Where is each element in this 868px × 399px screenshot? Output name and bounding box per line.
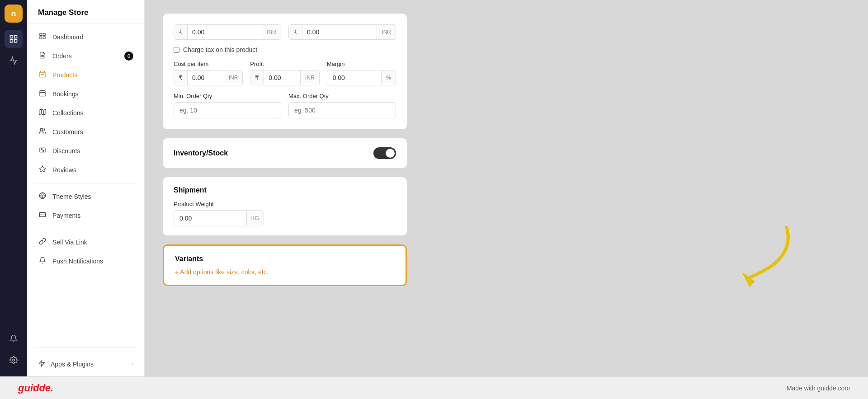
sidebar-label-apps-plugins: Apps & Plugins	[51, 361, 94, 368]
inventory-toggle[interactable]	[373, 147, 396, 159]
sidebar-item-products[interactable]: Products	[27, 66, 144, 84]
cost-field[interactable]	[188, 70, 224, 85]
margin-input: %	[327, 70, 396, 85]
cost-label: Cost per item	[174, 61, 243, 67]
app-logo: n	[5, 5, 23, 23]
sidebar-item-sell-via-link[interactable]: Sell Via Link	[27, 233, 144, 252]
profit-col: Profit ₹ INR	[250, 61, 319, 85]
apps-plugins-icon	[38, 360, 45, 368]
price-input-1: ₹ INR	[174, 24, 281, 40]
cost-prefix: ₹	[174, 70, 188, 85]
svg-rect-7	[40, 37, 42, 39]
push-notifications-icon	[38, 257, 47, 266]
profit-field[interactable]	[264, 70, 300, 85]
orders-badge: 0	[124, 52, 133, 61]
dashboard-icon	[38, 33, 47, 42]
svg-rect-0	[10, 36, 13, 38]
profit-input: ₹ INR	[250, 70, 319, 85]
min-qty-input	[174, 102, 281, 118]
max-qty-field[interactable]	[289, 103, 396, 118]
rail-gear-icon[interactable]	[5, 351, 23, 369]
margin-suffix: %	[381, 71, 396, 84]
discounts-icon	[38, 146, 47, 155]
shipment-card: Shipment Product Weight KG	[163, 177, 407, 235]
svg-marker-28	[39, 360, 44, 366]
sidebar-label-collections: Collections	[52, 109, 83, 117]
sidebar-label-reviews: Reviews	[52, 166, 76, 174]
sidebar-item-push-notifications[interactable]: Push Notifications	[27, 252, 144, 271]
svg-point-25	[42, 195, 43, 197]
apps-plugins-chevron: ›	[132, 361, 133, 367]
theme-styles-icon	[38, 192, 47, 201]
max-qty-col: Max. Order Qty	[288, 93, 396, 118]
svg-rect-2	[10, 40, 13, 42]
sidebar-item-collections[interactable]: Collections	[27, 103, 144, 122]
inventory-title: Inventory/Stock	[174, 149, 228, 157]
price2-input[interactable]	[302, 25, 377, 39]
payments-icon	[38, 211, 47, 220]
sidebar-label-sell-via-link: Sell Via Link	[52, 239, 87, 246]
sidebar-item-theme-styles[interactable]: Theme Styles	[27, 187, 144, 206]
price2-suffix: INR	[377, 25, 396, 39]
variants-card: Variants + Add options like size, color,…	[163, 244, 407, 286]
sidebar-item-customers[interactable]: Customers	[27, 122, 144, 141]
sell-via-link-icon	[38, 238, 47, 247]
svg-marker-22	[39, 166, 45, 172]
variants-title: Variants	[175, 255, 395, 263]
svg-rect-5	[40, 33, 42, 36]
rail-chart-icon[interactable]	[5, 52, 23, 70]
weight-field[interactable]	[174, 211, 246, 226]
price1-input[interactable]	[188, 25, 262, 39]
sidebar-label-bookings: Bookings	[52, 90, 79, 98]
price2-prefix: ₹	[289, 25, 302, 39]
variants-add-button[interactable]: + Add options like size, color, etc.	[175, 268, 395, 276]
charge-tax-row: Charge tax on this product	[174, 46, 396, 53]
min-qty-field[interactable]	[174, 103, 281, 118]
min-qty-col: Min. Order Qty	[174, 93, 281, 118]
cost-input: ₹ INR	[174, 70, 243, 85]
sidebar-label-products: Products	[52, 71, 77, 79]
price1-prefix: ₹	[174, 25, 188, 39]
rail-bell-icon[interactable]	[5, 329, 23, 347]
sidebar-item-discounts[interactable]: Discounts	[27, 141, 144, 160]
bookings-icon	[38, 89, 47, 99]
products-icon	[38, 70, 47, 80]
charge-tax-label: Charge tax on this product	[183, 46, 257, 53]
charge-tax-checkbox[interactable]	[174, 47, 179, 53]
sidebar-label-customers: Customers	[52, 128, 83, 136]
price-row: ₹ INR ₹ INR	[174, 24, 396, 40]
sidebar-item-orders[interactable]: Orders 0	[27, 47, 144, 66]
svg-rect-6	[43, 33, 45, 36]
order-qty-row: Min. Order Qty Max. Order Qty	[174, 93, 396, 118]
price1-suffix: INR	[262, 25, 281, 39]
svg-point-24	[41, 194, 44, 197]
margin-field[interactable]	[327, 70, 382, 85]
sidebar-label-discounts: Discounts	[52, 147, 80, 155]
svg-rect-12	[40, 91, 45, 96]
reviews-icon	[38, 165, 47, 174]
divider-1	[34, 183, 137, 183]
sidebar-item-reviews[interactable]: Reviews	[27, 160, 144, 179]
footer-tagline: Made with guidde.com	[787, 385, 850, 392]
sidebar-item-bookings[interactable]: Bookings	[27, 84, 144, 103]
weight-label: Product Weight	[174, 201, 396, 207]
sidebar: Manage Store Dashboard Orders	[27, 0, 145, 376]
svg-marker-16	[39, 109, 46, 115]
profit-suffix: INR	[300, 71, 319, 84]
svg-point-19	[40, 128, 42, 131]
rail-store-icon[interactable]	[5, 30, 23, 48]
sidebar-item-payments[interactable]: Payments	[27, 206, 144, 225]
svg-rect-1	[14, 36, 17, 38]
divider-3	[34, 347, 137, 348]
sidebar-item-apps-plugins[interactable]: Apps & Plugins ›	[27, 355, 144, 373]
footer-logo: guidde.	[18, 382, 53, 394]
orders-icon	[38, 52, 47, 61]
sidebar-label-push-notifications: Push Notifications	[52, 258, 103, 265]
margin-label: Margin	[327, 61, 396, 67]
cost-profit-row: Cost per item ₹ INR Profit ₹ INR	[174, 61, 396, 85]
max-qty-input	[288, 102, 396, 118]
cost-suffix: INR	[224, 71, 243, 84]
arrow-annotation	[696, 223, 796, 295]
sidebar-label-orders: Orders	[52, 52, 72, 60]
sidebar-item-dashboard[interactable]: Dashboard	[27, 28, 144, 47]
